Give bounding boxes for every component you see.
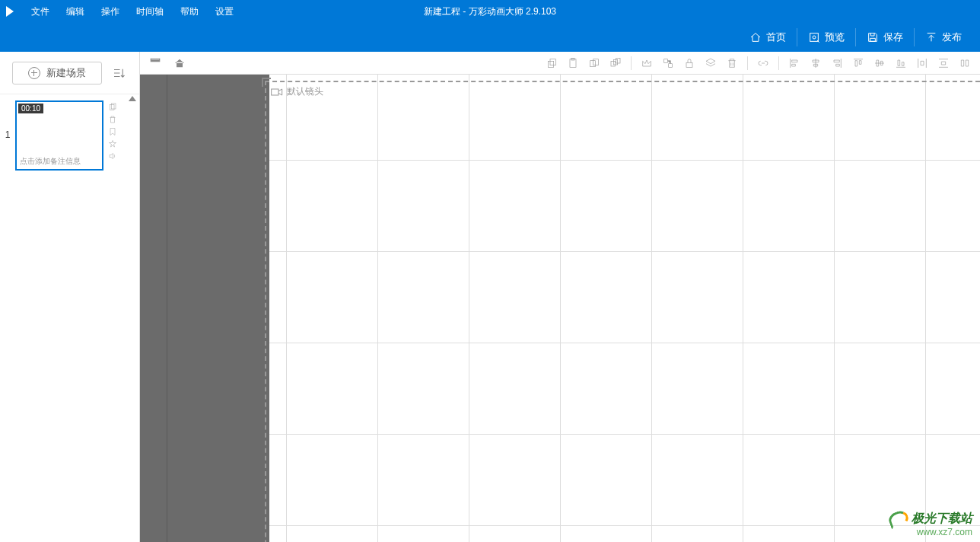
svg-rect-12 <box>613 59 617 65</box>
action-bar: 首页 预览 保存 发布 <box>0 23 980 52</box>
sort-icon <box>112 66 126 80</box>
cut-button[interactable] <box>585 54 603 72</box>
delete-scene-button[interactable] <box>107 114 119 125</box>
menu-file[interactable]: 文件 <box>23 5 58 18</box>
watermark-url: www.xz7.com <box>889 527 972 537</box>
scene-thumbnail[interactable]: 00:10 点击添加备注信息 <box>15 100 103 171</box>
scene-number: 1 <box>3 100 12 171</box>
menu-timeline[interactable]: 时间轴 <box>128 5 172 18</box>
preview-button[interactable]: 预览 <box>797 28 855 46</box>
window-title: 新建工程 - 万彩动画大师 2.9.103 <box>424 5 556 18</box>
home-icon <box>749 31 762 43</box>
scene-duration: 00:10 <box>18 104 43 113</box>
svg-rect-11 <box>611 61 615 66</box>
scene-list: 1 00:10 点击添加备注信息 <box>0 94 139 177</box>
copy-scene-button[interactable] <box>107 102 119 113</box>
scene-panel: 新建场景 1 00:10 点击添加备注信息 <box>0 52 140 542</box>
paste-button[interactable] <box>564 54 582 72</box>
svg-rect-6 <box>550 59 555 65</box>
publish-icon <box>925 31 937 43</box>
svg-rect-10 <box>593 59 599 65</box>
distribute-h-button[interactable] <box>913 54 931 72</box>
app-header: 文件 编辑 操作 时间轴 帮助 设置 新建工程 - 万彩动画大师 2.9.103… <box>0 0 980 52</box>
distribute-v-button[interactable] <box>934 54 953 72</box>
svg-rect-13 <box>616 58 620 63</box>
home-button[interactable]: 首页 <box>739 28 797 46</box>
align-bottom-button[interactable] <box>892 54 910 72</box>
copy-button[interactable] <box>542 54 561 72</box>
canvas-viewport[interactable]: 默认镜头 <box>140 75 980 542</box>
canvas-toolbar <box>140 52 980 75</box>
menu-operate[interactable]: 操作 <box>93 5 128 18</box>
canvas-area: 默认镜头 <box>140 52 980 542</box>
svg-rect-9 <box>590 60 596 66</box>
new-scene-button[interactable]: 新建场景 <box>12 62 102 84</box>
toolbar-separator <box>747 56 748 70</box>
canvas-home-button[interactable] <box>170 54 189 72</box>
group-button[interactable] <box>659 54 677 72</box>
svg-rect-16 <box>686 62 692 67</box>
align-right-button[interactable] <box>828 54 846 72</box>
toolbar-separator <box>631 56 632 70</box>
svg-rect-0 <box>810 33 819 42</box>
svg-rect-14 <box>664 59 668 62</box>
camera-icon <box>271 88 283 97</box>
align-top-button[interactable] <box>849 54 867 72</box>
home-label: 首页 <box>766 30 786 44</box>
align-left-button[interactable] <box>785 54 803 72</box>
scroll-up-icon[interactable] <box>129 96 136 101</box>
svg-rect-15 <box>669 63 673 67</box>
preview-icon <box>808 31 820 43</box>
new-scene-row: 新建场景 <box>0 52 139 94</box>
new-scene-label: 新建场景 <box>46 66 86 80</box>
ruler-button[interactable] <box>146 54 164 72</box>
menu-help[interactable]: 帮助 <box>172 5 207 18</box>
svg-rect-2 <box>110 105 115 110</box>
plus-icon <box>28 67 40 79</box>
delete-button[interactable] <box>723 54 741 72</box>
layer-button[interactable] <box>702 54 720 72</box>
save-label: 保存 <box>883 30 903 44</box>
svg-rect-5 <box>548 61 553 67</box>
svg-rect-17 <box>272 89 278 95</box>
app-logo-icon <box>6 6 14 17</box>
publish-button[interactable]: 发布 <box>914 28 972 46</box>
watermark-text: 极光下载站 <box>912 511 972 527</box>
stage-corner-icon <box>262 78 271 87</box>
align-center-h-button[interactable] <box>807 54 825 72</box>
bookmark-scene-button[interactable] <box>107 126 119 137</box>
scene-item[interactable]: 1 00:10 点击添加备注信息 <box>3 100 136 171</box>
toolbar-separator <box>778 56 779 70</box>
watermark: 极光下载站 www.xz7.com <box>889 511 972 537</box>
camera-name: 默认镜头 <box>287 85 323 98</box>
lock-button[interactable] <box>680 54 698 72</box>
save-icon <box>867 31 879 43</box>
sort-scenes-button[interactable] <box>110 64 128 82</box>
crown-button[interactable] <box>638 54 656 72</box>
audio-scene-button[interactable] <box>107 151 119 161</box>
align-center-v-button[interactable] <box>870 54 889 72</box>
scene-note-placeholder[interactable]: 点击添加备注信息 <box>20 156 81 167</box>
stage-boundary <box>265 81 980 542</box>
preview-label: 预览 <box>825 30 845 44</box>
svg-rect-3 <box>112 104 116 109</box>
menu-edit[interactable]: 编辑 <box>58 5 93 18</box>
menu-settings[interactable]: 设置 <box>207 5 242 18</box>
scene-tools <box>107 100 119 171</box>
save-button[interactable]: 保存 <box>855 28 914 46</box>
duplicate-button[interactable] <box>606 54 625 72</box>
publish-label: 发布 <box>942 30 962 44</box>
link-button[interactable] <box>754 54 772 72</box>
default-camera-label[interactable]: 默认镜头 <box>271 85 323 98</box>
watermark-title: 极光下载站 <box>889 511 972 527</box>
star-scene-button[interactable] <box>107 139 119 149</box>
offstage-region <box>140 75 269 542</box>
equal-width-button[interactable] <box>956 54 974 72</box>
svg-point-1 <box>813 36 816 39</box>
